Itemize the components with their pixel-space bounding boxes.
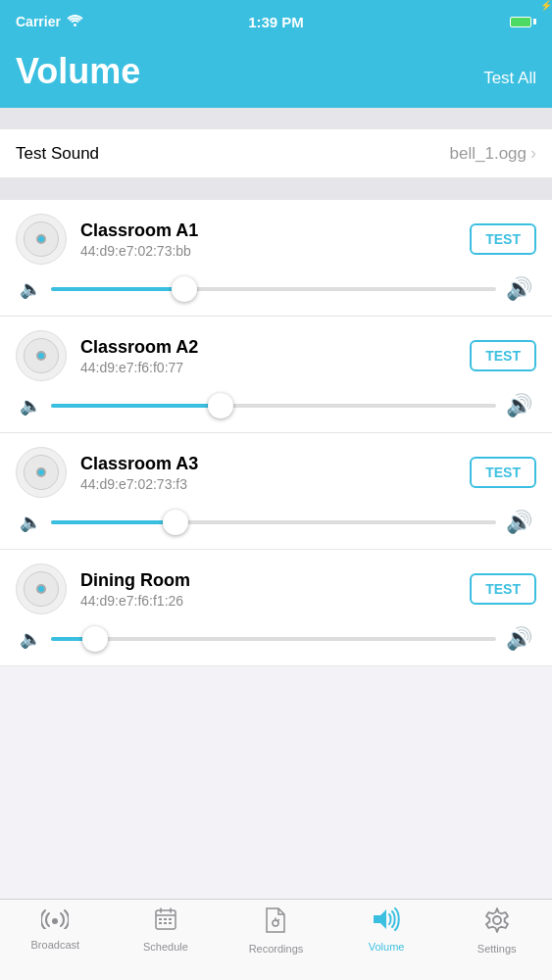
- slider-row: 🔈 🔊: [16, 626, 536, 665]
- status-time: 1:39 PM: [248, 14, 304, 30]
- carrier-label: Carrier: [16, 14, 61, 29]
- device-mac: 44:d9:e7:f6:f0:77: [80, 360, 456, 375]
- test-button[interactable]: TEST: [470, 457, 536, 488]
- tab-broadcast-label: Broadcast: [31, 939, 80, 951]
- slider-track[interactable]: [51, 637, 496, 641]
- svg-marker-15: [374, 909, 386, 929]
- device-icon: [16, 330, 67, 381]
- slider-thumb[interactable]: [163, 510, 188, 535]
- device-icon-dot: [36, 234, 46, 244]
- device-icon: [16, 564, 67, 614]
- volume-tab-icon: [373, 907, 400, 937]
- tab-schedule[interactable]: Schedule: [111, 907, 222, 953]
- content-area: Volume Test All Test Sound bell_1.ogg ›: [0, 43, 552, 899]
- section-separator-2: [0, 178, 552, 200]
- chevron-right-icon: ›: [530, 143, 536, 164]
- tab-volume-label: Volume: [369, 941, 405, 953]
- svg-point-1: [52, 918, 58, 924]
- slider-fill: [51, 520, 176, 524]
- device-icon: [16, 214, 67, 265]
- device-icon-inner: [24, 455, 59, 490]
- slider-track[interactable]: [51, 404, 496, 408]
- svg-rect-11: [169, 922, 172, 924]
- tab-broadcast[interactable]: Broadcast: [0, 907, 111, 951]
- battery-icon: ⚡: [510, 17, 536, 27]
- svg-rect-9: [159, 922, 162, 924]
- test-sound-row[interactable]: Test Sound bell_1.ogg ›: [0, 129, 552, 178]
- svg-rect-6: [159, 918, 162, 920]
- slider-row: 🔈 🔊: [16, 393, 536, 432]
- tab-recordings[interactable]: Recordings: [221, 907, 331, 955]
- device-icon-dot: [36, 584, 46, 594]
- svg-point-16: [493, 916, 501, 924]
- device-item: Classroom A1 44:d9:e7:02:73:bb TEST 🔈 🔊: [0, 200, 552, 317]
- page-header: Volume Test All: [0, 43, 552, 108]
- volume-high-icon: 🔊: [506, 510, 532, 535]
- device-list: Classroom A1 44:d9:e7:02:73:bb TEST 🔈 🔊: [0, 200, 552, 666]
- tab-schedule-label: Schedule: [143, 941, 188, 953]
- page-title: Volume: [16, 51, 140, 92]
- device-info: Classroom A3 44:d9:e7:02:73:f3: [80, 454, 456, 492]
- slider-thumb[interactable]: [208, 393, 233, 418]
- slider-fill: [51, 404, 221, 408]
- device-icon: [16, 447, 67, 498]
- volume-high-icon: 🔊: [506, 276, 532, 302]
- volume-low-icon: 🔈: [20, 628, 41, 650]
- device-header: Classroom A1 44:d9:e7:02:73:bb TEST: [16, 214, 536, 265]
- test-sound-value[interactable]: bell_1.ogg ›: [450, 143, 536, 164]
- recordings-icon: [265, 907, 286, 939]
- volume-high-icon: 🔊: [506, 626, 532, 652]
- device-item: Classroom A3 44:d9:e7:02:73:f3 TEST 🔈 🔊: [0, 433, 552, 550]
- device-mac: 44:d9:e7:02:73:bb: [80, 243, 456, 259]
- schedule-icon: [154, 907, 177, 937]
- device-mac: 44:d9:e7:f6:f1:26: [80, 593, 456, 609]
- section-separator-1: [0, 108, 552, 129]
- svg-rect-7: [164, 918, 167, 920]
- device-icon-inner: [24, 338, 59, 373]
- device-icon-dot: [36, 467, 46, 477]
- volume-low-icon: 🔈: [20, 512, 41, 533]
- slider-row: 🔈 🔊: [16, 510, 536, 549]
- svg-line-14: [277, 920, 279, 922]
- test-all-button[interactable]: Test All: [483, 69, 536, 92]
- slider-track[interactable]: [51, 287, 496, 291]
- test-button[interactable]: TEST: [470, 340, 536, 371]
- tab-volume[interactable]: Volume: [331, 907, 442, 953]
- device-name: Classroom A3: [80, 454, 456, 474]
- slider-fill: [51, 287, 184, 291]
- slider-thumb[interactable]: [82, 626, 108, 652]
- test-button[interactable]: TEST: [470, 573, 536, 605]
- test-button[interactable]: TEST: [470, 223, 536, 255]
- device-icon-inner: [24, 221, 59, 257]
- slider-row: 🔈 🔊: [16, 276, 536, 316]
- device-item: Classroom A2 44:d9:e7:f6:f0:77 TEST 🔈 🔊: [0, 317, 552, 433]
- wifi-icon: [67, 14, 83, 29]
- svg-point-0: [74, 24, 76, 26]
- device-header: Dining Room 44:d9:e7:f6:f1:26 TEST: [16, 564, 536, 614]
- device-mac: 44:d9:e7:02:73:f3: [80, 476, 456, 492]
- volume-low-icon: 🔈: [20, 278, 41, 300]
- broadcast-icon: [41, 907, 69, 935]
- tab-settings-label: Settings: [477, 943, 517, 955]
- device-info: Classroom A2 44:d9:e7:f6:f0:77: [80, 337, 456, 375]
- test-sound-filename: bell_1.ogg: [450, 144, 527, 164]
- status-left: Carrier: [16, 14, 83, 29]
- settings-icon: [484, 907, 510, 939]
- volume-high-icon: 🔊: [506, 393, 532, 418]
- device-name: Classroom A2: [80, 337, 456, 358]
- status-bar: Carrier 1:39 PM ⚡: [0, 0, 552, 43]
- slider-thumb[interactable]: [172, 276, 197, 302]
- device-header: Classroom A3 44:d9:e7:02:73:f3 TEST: [16, 447, 536, 498]
- volume-low-icon: 🔈: [20, 395, 41, 416]
- tab-settings[interactable]: Settings: [441, 907, 552, 955]
- test-sound-label: Test Sound: [16, 144, 99, 164]
- tab-bar: Broadcast Schedule: [0, 899, 552, 980]
- slider-track[interactable]: [51, 520, 496, 524]
- device-icon-inner: [24, 571, 59, 607]
- svg-rect-8: [169, 918, 172, 920]
- device-item: Dining Room 44:d9:e7:f6:f1:26 TEST 🔈 🔊: [0, 550, 552, 666]
- scrollable-content[interactable]: Volume Test All Test Sound bell_1.ogg ›: [0, 43, 552, 899]
- device-name: Classroom A1: [80, 220, 456, 241]
- svg-rect-10: [164, 922, 167, 924]
- device-header: Classroom A2 44:d9:e7:f6:f0:77 TEST: [16, 330, 536, 381]
